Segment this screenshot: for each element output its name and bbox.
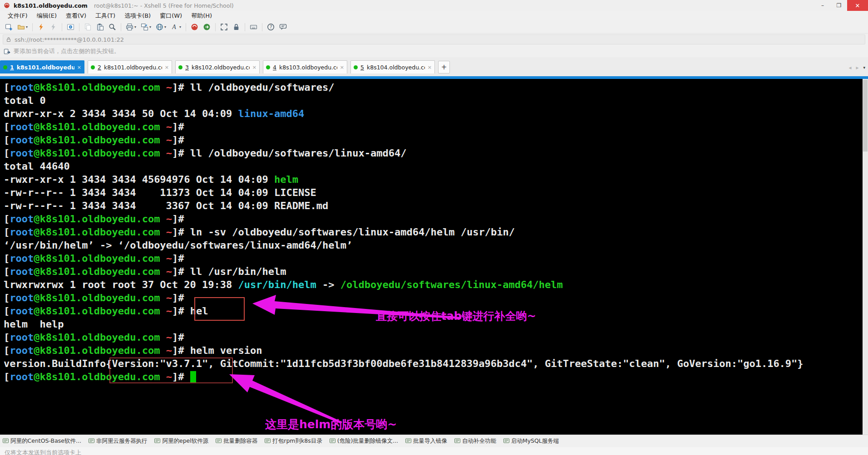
session-tab-2[interactable]: 2k8s101.oldboyedu.com× — [88, 60, 172, 73]
quickbar-item-label: 批量删除容器 — [223, 437, 257, 445]
terminal-line: lrwxrwxrwx 1 root root 37 Oct 20 19:38 /… — [4, 278, 868, 291]
script-icon — [216, 438, 222, 445]
help-icon[interactable]: ? — [265, 22, 276, 32]
compose-icon[interactable]: ▾ — [139, 22, 153, 32]
session-tab-1[interactable]: 1k8s101.oldboyedu.com× — [0, 60, 84, 73]
menu-item-tabs[interactable]: 选项卡(B) — [120, 11, 155, 21]
tab-host-label: k8s102.oldboyedu.com — [192, 64, 250, 71]
font-icon[interactable]: A▾ — [169, 22, 183, 32]
fullscreen-icon[interactable] — [218, 22, 230, 32]
window-controls: – ❐ ✕ — [814, 0, 868, 11]
copy-icon[interactable] — [82, 22, 94, 32]
terminal-line: [root@k8s101.oldboyedu.com ~]# — [4, 212, 868, 225]
terminal-line: helm help — [4, 318, 868, 331]
terminal-scrollbar[interactable] — [863, 79, 868, 435]
tab-scroll-left-icon[interactable]: ◂ — [848, 64, 851, 71]
menu-item-view[interactable]: 查看(V) — [62, 11, 90, 21]
toolbar-separator — [186, 23, 186, 31]
terminal-screen[interactable]: [root@k8s101.oldboyedu.com ~]# ll /oldbo… — [0, 79, 868, 435]
menu-item-window[interactable]: 窗口(W) — [156, 11, 186, 21]
terminal-line: ‘/usr/bin/helm’ -> ‘/oldboyedu/softwares… — [4, 239, 868, 252]
quickbar-item-label: 非阿里云服务器执行 — [96, 437, 148, 445]
toolbar-separator — [215, 23, 216, 31]
tab-close-icon[interactable]: × — [77, 64, 81, 70]
terminal-line: drwxr-xr-x 2 3434 3434 50 Oct 14 04:09 l… — [4, 107, 868, 120]
menu-item-help[interactable]: 帮助(H) — [187, 11, 216, 21]
web-icon[interactable]: ▾ — [154, 22, 168, 32]
terminal-line: [root@k8s101.oldboyedu.com ~]# ll /oldbo… — [4, 147, 868, 160]
script-icon — [154, 438, 160, 445]
script-icon — [3, 438, 9, 445]
svg-text:?: ? — [270, 24, 272, 29]
new-xshell-icon[interactable] — [189, 22, 200, 32]
add-to-session-icon[interactable] — [4, 48, 10, 55]
quickbar-item-label: 阿里的epel软件源 — [162, 437, 208, 445]
script-icon — [89, 438, 94, 445]
session-properties-icon[interactable] — [65, 22, 76, 32]
quickbar-item-3[interactable]: 阿里的epel软件源 — [154, 437, 208, 445]
terminal-line: total 0 — [4, 94, 868, 107]
dropdown-arrow-icon[interactable]: ▾ — [149, 25, 151, 29]
minimize-button[interactable]: – — [814, 0, 831, 11]
window-title-host: k8s101.oldboyedu.com — [14, 2, 88, 9]
quickbar-item-9[interactable]: 启动MySQL服务端 — [503, 437, 559, 445]
tab-overflow-icon[interactable]: ▾ — [863, 65, 865, 70]
terminal-cursor — [190, 371, 196, 382]
quickbar-item-1[interactable]: 阿里的CentOS-Base软件... — [3, 437, 81, 445]
paste-icon[interactable] — [94, 22, 106, 32]
connected-dot-icon — [3, 65, 7, 69]
quick-launch-bar: 阿里的CentOS-Base软件...非阿里云服务器执行阿里的epel软件源批量… — [0, 435, 868, 447]
script-icon — [405, 438, 411, 445]
dropdown-arrow-icon[interactable]: ▾ — [179, 25, 181, 29]
print-icon[interactable]: ▾ — [124, 22, 138, 32]
address-field[interactable]: ssh://root:***********@10.0.0.101:22 — [3, 34, 865, 44]
session-tab-5[interactable]: 5k8s104.oldboyedu.com× — [350, 60, 435, 73]
find-icon[interactable] — [107, 22, 118, 32]
ssl-lock-icon — [6, 36, 11, 43]
tab-close-icon[interactable]: × — [428, 64, 432, 70]
quickbar-item-4[interactable]: 批量删除容器 — [216, 437, 257, 445]
new-tab-button[interactable]: + — [438, 61, 450, 73]
scrollbar-thumb[interactable] — [863, 80, 868, 152]
toolbar: ▾▾▾▾A▾? — [0, 21, 868, 34]
tab-close-icon[interactable]: × — [165, 64, 169, 70]
window-title-rest: root@k8s101:~ - Xshell 5 (Free for Home/… — [94, 2, 234, 9]
session-tab-4[interactable]: 4k8s103.oldboyedu.com× — [263, 60, 347, 73]
lock-screen-icon[interactable] — [231, 22, 242, 32]
tab-close-icon[interactable]: × — [340, 64, 344, 70]
disconnect-icon[interactable] — [48, 22, 59, 32]
quickbar-item-8[interactable]: 自动补全功能 — [454, 437, 496, 445]
dropdown-arrow-icon[interactable]: ▾ — [164, 25, 166, 29]
menu-item-tools[interactable]: 工具(T) — [91, 11, 119, 21]
maximize-button[interactable]: ❐ — [831, 0, 847, 11]
open-session-icon[interactable]: ▾ — [15, 22, 30, 32]
tab-host-label: k8s104.oldboyedu.com — [367, 64, 425, 71]
new-xftp-icon[interactable] — [201, 22, 212, 32]
quickbar-item-2[interactable]: 非阿里云服务器执行 — [89, 437, 148, 445]
quickbar-item-5[interactable]: 打包rpm到k8s目录 — [265, 437, 322, 445]
session-tab-3[interactable]: 3k8s102.oldboyedu.com× — [175, 60, 260, 73]
quickbar-item-label: (危险)批量删除镜像文... — [337, 437, 398, 445]
dropdown-arrow-icon[interactable]: ▾ — [26, 25, 28, 29]
menu-item-edit[interactable]: 编辑(E) — [33, 11, 61, 21]
connected-dot-icon — [91, 65, 95, 69]
menu-item-file[interactable]: 文件(F) — [4, 11, 32, 21]
connect-icon[interactable] — [35, 22, 47, 32]
tab-nav: ◂ ▸ ▾ — [848, 64, 865, 71]
terminal-line: [root@k8s101.oldboyedu.com ~]# ll /oldbo… — [4, 81, 868, 94]
close-button[interactable]: ✕ — [847, 0, 868, 11]
xshell-logo — [4, 2, 10, 9]
quickbar-item-7[interactable]: 批量导入镜像 — [405, 437, 447, 445]
dropdown-arrow-icon[interactable]: ▾ — [134, 25, 136, 29]
quickbar-item-label: 打包rpm到k8s目录 — [272, 437, 322, 445]
tab-close-icon[interactable]: × — [252, 64, 256, 70]
virtual-keyboard-icon[interactable] — [248, 22, 259, 32]
quickbar-item-6[interactable]: (危险)批量删除镜像文... — [330, 437, 398, 445]
title-bar: k8s101.oldboyedu.com root@k8s101:~ - Xsh… — [0, 0, 868, 11]
new-session-icon[interactable] — [3, 22, 15, 32]
tab-scroll-right-icon[interactable]: ▸ — [856, 64, 858, 71]
tab-strip: 1k8s101.oldboyedu.com×2k8s101.oldboyedu.… — [0, 60, 450, 73]
tab-number: 1 — [10, 64, 14, 71]
status-bar-text: 仅将文本发送到当前选项卡上 — [5, 449, 81, 455]
feedback-icon[interactable] — [277, 22, 289, 32]
